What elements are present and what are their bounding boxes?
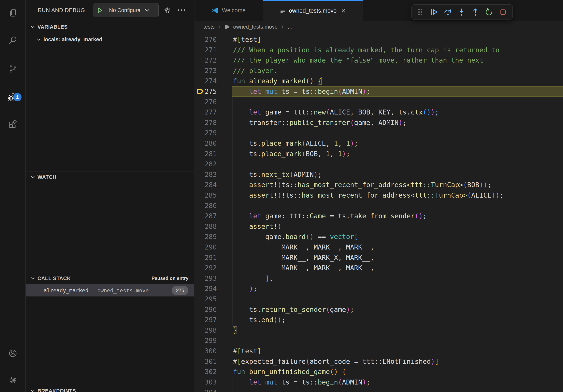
line-number[interactable]: 303: [194, 377, 217, 387]
code-row[interactable]: 270#[test]: [194, 34, 563, 45]
line-number[interactable]: 290: [194, 242, 217, 252]
code-row[interactable]: 272/// the player who made the "false" m…: [194, 55, 563, 65]
code-row[interactable]: 274fun already_marked() {: [194, 76, 563, 86]
line-number[interactable]: 281: [194, 149, 217, 159]
code-row[interactable]: 286: [194, 201, 563, 211]
line-number[interactable]: 300: [194, 346, 217, 356]
code-row[interactable]: 285 assert!(!ts::has_most_recent_for_add…: [194, 190, 563, 201]
search-icon[interactable]: [0, 31, 26, 50]
variables-scope-row[interactable]: locals: already_marked: [26, 34, 194, 45]
line-number[interactable]: 299: [194, 335, 217, 346]
code-row[interactable]: 271/// When a position is already marked…: [194, 45, 563, 55]
restart-button[interactable]: [483, 6, 496, 18]
account-icon[interactable]: [0, 344, 26, 363]
code-row[interactable]: 279: [194, 128, 563, 138]
step-over-button[interactable]: [441, 6, 454, 18]
breadcrumb-symbol[interactable]: …: [287, 24, 293, 30]
code-row[interactable]: 275 let mut ts = ts::begin(ADMIN);: [194, 86, 563, 97]
code-row[interactable]: 292 MARK__, MARK__, MARK__,: [194, 263, 563, 273]
line-number[interactable]: 274: [194, 76, 217, 86]
line-number[interactable]: 289: [194, 232, 217, 242]
code-row[interactable]: 301#[expected_failure(abort_code = ttt::…: [194, 356, 563, 367]
tab-owned-tests-move[interactable]: owned_tests.move: [263, 0, 363, 21]
code-row[interactable]: 282: [194, 159, 563, 169]
step-out-button[interactable]: [469, 6, 482, 18]
debug-config-picker[interactable]: No Configura: [93, 3, 159, 17]
run-and-debug-icon[interactable]: 1: [0, 87, 26, 106]
line-number[interactable]: 287: [194, 211, 217, 221]
code-row[interactable]: 290 MARK__, MARK__, MARK__,: [194, 242, 563, 252]
line-number[interactable]: 286: [194, 201, 217, 211]
code-row[interactable]: 288 assert!(: [194, 221, 563, 232]
code-row[interactable]: 297 ts.end();: [194, 315, 563, 325]
settings-gear-icon[interactable]: [0, 370, 26, 390]
more-actions-icon[interactable]: [177, 9, 186, 12]
code-row[interactable]: 296 ts.return_to_sender(game);: [194, 304, 563, 315]
extensions-icon[interactable]: [0, 115, 26, 134]
code-row[interactable]: 289 game.board() == vector[: [194, 232, 563, 242]
explorer-icon[interactable]: [0, 4, 26, 23]
call-stack-frame[interactable]: already_markedowned_tests.move275: [26, 284, 194, 297]
code-row[interactable]: 302fun burn_unfinished_game() {: [194, 366, 563, 377]
code-row[interactable]: 293 ],: [194, 273, 563, 284]
line-number[interactable]: 276: [194, 97, 217, 107]
line-number[interactable]: 302: [194, 366, 217, 377]
line-number[interactable]: 288: [194, 221, 217, 232]
stop-button[interactable]: [497, 6, 509, 18]
line-number[interactable]: 304: [194, 387, 217, 392]
code-row[interactable]: 277 let game = ttt::new(ALICE, BOB, KEY,…: [194, 107, 563, 118]
call-stack-section-header[interactable]: CALL STACK Paused on entry: [26, 273, 194, 284]
variables-section-header[interactable]: VARIABLES: [26, 21, 194, 32]
code-editor[interactable]: 270#[test]271/// When a position is alre…: [194, 33, 563, 392]
line-number[interactable]: 294: [194, 283, 217, 294]
debug-settings-gear-icon[interactable]: [163, 6, 171, 15]
line-number[interactable]: 301: [194, 356, 217, 367]
breakpoints-section-header[interactable]: BREAKPOINTS: [26, 385, 194, 392]
source-control-icon[interactable]: [0, 59, 26, 78]
close-icon[interactable]: [341, 8, 346, 13]
start-debug-button[interactable]: [94, 3, 106, 17]
code-row[interactable]: 295: [194, 294, 563, 304]
line-number[interactable]: 280: [194, 138, 217, 149]
line-number[interactable]: 298: [194, 325, 217, 336]
code-row[interactable]: 280 ts.place_mark(ALICE, 1, 1);: [194, 138, 563, 149]
breadcrumb-tests[interactable]: tests: [203, 24, 215, 30]
toolbar-drag-handle[interactable]: [414, 6, 426, 18]
line-number[interactable]: 270: [194, 34, 217, 45]
code-row[interactable]: 283 ts.next_tx(ADMIN);: [194, 169, 563, 180]
line-number[interactable]: 278: [194, 118, 217, 128]
line-number[interactable]: 291: [194, 252, 217, 263]
code-row[interactable]: 304: [194, 387, 563, 392]
line-number[interactable]: 271: [194, 45, 217, 55]
code-row[interactable]: 294 );: [194, 283, 563, 294]
line-number[interactable]: 277: [194, 107, 217, 118]
line-number[interactable]: 275: [194, 86, 217, 97]
code-row[interactable]: 298}: [194, 325, 563, 336]
code-row[interactable]: 287 let game: ttt::Game = ts.take_from_s…: [194, 211, 563, 221]
step-into-button[interactable]: [455, 6, 468, 18]
breadcrumb-file[interactable]: owned_tests.move: [233, 24, 278, 30]
code-row[interactable]: 278 transfer::public_transfer(game, ADMI…: [194, 118, 563, 128]
line-number[interactable]: 292: [194, 263, 217, 273]
line-number[interactable]: 272: [194, 55, 217, 65]
line-number[interactable]: 284: [194, 180, 217, 190]
line-number[interactable]: 273: [194, 65, 217, 76]
line-number[interactable]: 279: [194, 128, 217, 138]
line-number[interactable]: 282: [194, 159, 217, 169]
code-row[interactable]: 281 ts.place_mark(BOB, 1, 1);: [194, 149, 563, 159]
line-number[interactable]: 283: [194, 169, 217, 180]
code-row[interactable]: 291 MARK__, MARK_X, MARK__,: [194, 252, 563, 263]
code-row[interactable]: 300#[test]: [194, 346, 563, 356]
code-row[interactable]: 273/// player.: [194, 65, 563, 76]
code-row[interactable]: 276: [194, 97, 563, 107]
line-number[interactable]: 296: [194, 304, 217, 315]
code-row[interactable]: 299: [194, 335, 563, 346]
line-number[interactable]: 297: [194, 315, 217, 325]
continue-button[interactable]: [428, 6, 440, 18]
tab-welcome[interactable]: Welcome: [194, 0, 263, 21]
code-row[interactable]: 284 assert!(ts::has_most_recent_for_addr…: [194, 180, 563, 190]
line-number[interactable]: 285: [194, 190, 217, 201]
watch-section-header[interactable]: WATCH: [26, 171, 194, 183]
code-row[interactable]: 303 let mut ts = ts::begin(ADMIN);: [194, 377, 563, 387]
line-number[interactable]: 293: [194, 273, 217, 284]
